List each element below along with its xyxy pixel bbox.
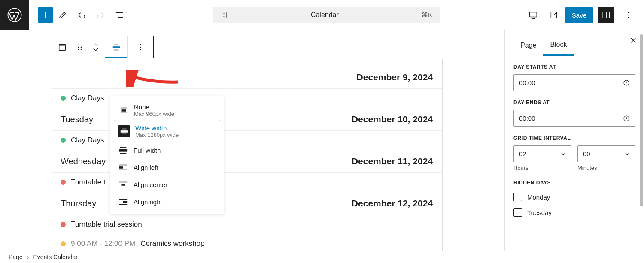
block-options-button[interactable] — [128, 36, 153, 58]
shortcut-hint: ⌘K — [422, 11, 432, 19]
align-option-sub: Max 1280px wide — [135, 132, 179, 138]
checkbox[interactable] — [513, 208, 522, 217]
event-dot — [61, 222, 66, 227]
grid-hours-select[interactable]: 02 — [513, 145, 571, 162]
svg-point-18 — [140, 49, 141, 51]
select-value: 00 — [583, 150, 590, 157]
sidebar-tabs: Page Block — [505, 30, 644, 56]
day-name: Thursday — [61, 199, 96, 209]
block-breadcrumb: Page › Events Calendar — [0, 251, 644, 263]
svg-rect-21 — [119, 149, 127, 151]
select-hint: Hours — [513, 165, 571, 171]
svg-rect-2 — [530, 12, 537, 17]
drag-handle[interactable] — [73, 36, 86, 58]
grid-minutes-select[interactable]: 00 — [577, 145, 635, 162]
event-dot — [61, 138, 66, 143]
svg-point-7 — [628, 17, 629, 18]
breadcrumb-root[interactable]: Page — [9, 254, 23, 260]
svg-rect-24 — [123, 201, 127, 203]
time-value: 00:00 — [519, 79, 535, 86]
document-overview-button[interactable] — [110, 6, 129, 24]
calendar-event[interactable]: 9:00 AM - 12:00 PM Ceramics workshop — [51, 234, 442, 251]
align-option-wide[interactable]: Wide width Max 1280px wide — [114, 121, 220, 142]
time-value: 00:00 — [519, 115, 535, 122]
block-mover[interactable] — [86, 36, 105, 58]
svg-point-5 — [628, 12, 629, 13]
more-options-button[interactable] — [619, 6, 638, 24]
wordpress-logo[interactable] — [0, 0, 29, 30]
day-header: December 9, 2024 — [51, 59, 442, 89]
settings-toggle-button[interactable] — [598, 7, 614, 23]
svg-point-6 — [628, 15, 629, 16]
select-hint: Minutes — [577, 165, 635, 171]
undo-button[interactable] — [72, 6, 91, 24]
tab-page[interactable]: Page — [513, 37, 543, 55]
event-title: Turntable t — [71, 178, 106, 187]
align-option-title: Wide width — [135, 124, 179, 132]
block-type-button[interactable] — [51, 36, 73, 58]
breadcrumb-current[interactable]: Events Calendar — [33, 254, 78, 260]
field-label: GRID TIME INTERVAL — [513, 135, 635, 141]
align-option-title: Align left — [134, 164, 158, 171]
field-label: DAY ENDS AT — [513, 100, 635, 106]
view-page-button[interactable] — [544, 6, 563, 24]
more-icon — [136, 43, 145, 51]
align-wide-icon — [112, 42, 121, 52]
close-icon — [629, 36, 637, 44]
calendar-event[interactable]: Turntable trial session — [51, 215, 442, 234]
checkbox[interactable] — [513, 193, 522, 201]
svg-rect-20 — [121, 130, 128, 133]
close-sidebar-button[interactable] — [629, 36, 637, 45]
scrollbar[interactable] — [640, 34, 643, 206]
calendar-block[interactable]: December 9, 2024 Clay Days Tuesday Decem… — [51, 59, 443, 251]
document-title-bar: Calendar ⌘K — [129, 7, 524, 23]
command-palette-trigger[interactable]: Calendar ⌘K — [213, 7, 440, 23]
event-time: 9:00 AM - 12:00 PM — [71, 239, 135, 248]
align-option-title: None — [134, 103, 174, 111]
align-option-title: Align right — [134, 198, 162, 206]
event-title: Clay Days — [71, 94, 104, 103]
hidden-day-monday[interactable]: Monday — [513, 193, 635, 201]
day-starts-input[interactable]: 00:00 — [513, 74, 635, 91]
svg-point-11 — [78, 47, 79, 48]
view-desktop-button[interactable] — [524, 6, 543, 24]
chevron-down-icon — [93, 48, 98, 51]
day-date: December 11, 2024 — [352, 156, 433, 166]
svg-point-17 — [140, 47, 141, 48]
hidden-day-tuesday[interactable]: Tuesday — [513, 208, 635, 217]
align-button[interactable] — [105, 36, 128, 58]
chevron-down-icon — [561, 151, 566, 157]
edit-mode-button[interactable] — [53, 6, 72, 24]
day-date: December 9, 2024 — [357, 72, 433, 82]
align-left-icon — [118, 162, 128, 172]
save-button[interactable]: Save — [565, 7, 593, 23]
editor-topbar: Calendar ⌘K Save — [0, 0, 644, 30]
tab-block[interactable]: Block — [543, 36, 574, 56]
svg-rect-8 — [59, 45, 66, 51]
event-title: Clay Days — [71, 136, 104, 145]
event-title: Turntable trial session — [71, 220, 142, 229]
svg-rect-22 — [119, 166, 123, 169]
svg-rect-15 — [112, 46, 120, 48]
svg-point-9 — [78, 45, 79, 46]
redo-button[interactable] — [91, 6, 110, 24]
day-name: Tuesday — [61, 115, 93, 124]
svg-point-12 — [81, 47, 82, 48]
chevron-up-icon — [93, 43, 98, 47]
align-option-full[interactable]: Full width — [114, 142, 220, 159]
document-title: Calendar — [232, 11, 417, 19]
svg-point-13 — [78, 49, 79, 50]
checkbox-label: Monday — [527, 193, 550, 201]
align-option-left[interactable]: Align left — [114, 159, 220, 176]
event-dot — [61, 180, 66, 185]
align-wide-icon — [118, 125, 130, 137]
align-option-right[interactable]: Align right — [114, 193, 220, 210]
align-option-none[interactable]: None Max 960px wide — [114, 100, 220, 121]
align-option-center[interactable]: Align center — [114, 176, 220, 193]
svg-rect-19 — [122, 109, 126, 112]
add-block-button[interactable] — [38, 7, 53, 23]
day-date: December 10, 2024 — [352, 114, 433, 124]
align-option-title: Full width — [134, 147, 161, 154]
day-ends-input[interactable]: 00:00 — [513, 110, 635, 127]
clock-icon — [623, 115, 630, 122]
